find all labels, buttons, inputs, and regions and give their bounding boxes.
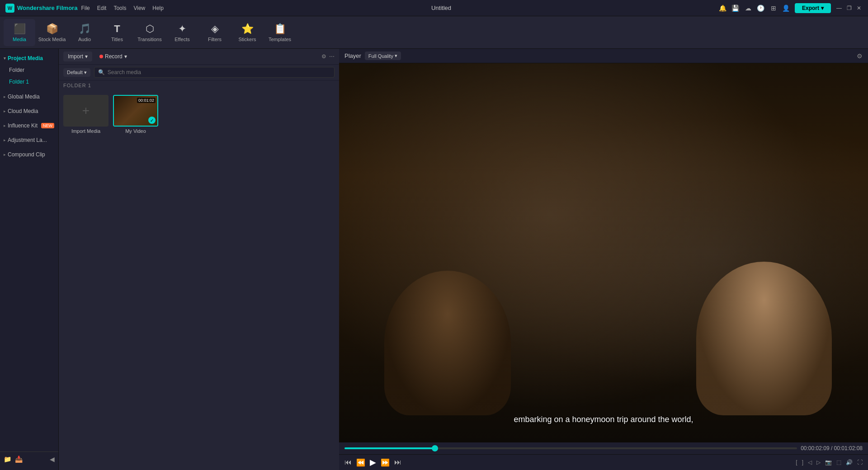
- default-view-button[interactable]: Default ▾: [63, 68, 90, 77]
- project-media-chevron: ▾: [4, 56, 6, 61]
- snapshot-icon[interactable]: 📷: [825, 459, 832, 465]
- notification-icon[interactable]: 🔔: [719, 4, 727, 12]
- adjustment-layer-chevron: ▸: [4, 138, 6, 142]
- compound-clip-label: Compound Clip: [8, 151, 45, 158]
- prev-frame-button[interactable]: ◁: [808, 459, 812, 465]
- minimize-button[interactable]: —: [835, 5, 843, 12]
- titlebar: W Wondershare Filmora File Edit Tools Vi…: [0, 0, 868, 16]
- record-chevron: ▾: [124, 53, 127, 60]
- import-icon[interactable]: 📥: [15, 456, 23, 463]
- tool-stickers[interactable]: ⭐ Stickers: [231, 19, 263, 46]
- player-header-right: ⚙: [857, 52, 863, 60]
- sidebar-item-adjustment-layer[interactable]: ▸ Adjustment La...: [0, 135, 58, 146]
- search-input[interactable]: [108, 69, 330, 75]
- media-toolbar: Import ▾ Record ▾ ⚙ ⋯: [59, 49, 339, 65]
- controls-right: [ ] ◁ ▷ 📷 ⬚ 🔊 ⛶: [796, 459, 863, 465]
- forward-button[interactable]: ⏩: [381, 458, 390, 467]
- person-left-silhouette: [384, 271, 511, 415]
- grid-icon[interactable]: ⊞: [769, 4, 778, 12]
- record-label: Record: [105, 53, 123, 60]
- stock-media-label: Stock Media: [38, 37, 66, 42]
- person-right-silhouette: [696, 262, 832, 415]
- player-settings-icon[interactable]: ⚙: [857, 52, 863, 60]
- skip-forward-button[interactable]: ⏭: [394, 458, 401, 466]
- tool-transitions[interactable]: ⬡ Transitions: [134, 19, 165, 46]
- history-icon[interactable]: 🕐: [757, 4, 765, 12]
- mark-in-button[interactable]: [: [796, 459, 797, 465]
- tool-audio[interactable]: 🎵 Audio: [69, 19, 100, 46]
- menu-edit[interactable]: Edit: [97, 5, 107, 11]
- pip-icon[interactable]: ⬚: [836, 459, 841, 465]
- sidebar-item-cloud-media[interactable]: ▸ Cloud Media: [0, 106, 58, 117]
- my-video-item[interactable]: 00:01:02 My Video: [113, 95, 158, 134]
- influence-kit-section: ▸ Influence Kit NEW: [0, 120, 58, 131]
- import-media-thumb: +: [63, 95, 108, 127]
- skip-back-button[interactable]: ⏮: [344, 458, 352, 466]
- save-icon[interactable]: 💾: [731, 4, 740, 12]
- progress-fill: [344, 447, 435, 449]
- play-button[interactable]: ▶: [370, 457, 376, 467]
- video-subtitle: embarking on a honeymoon trip around the…: [514, 415, 693, 424]
- export-chevron: ▾: [821, 5, 824, 11]
- player-header: Player Full Quality ▾ ⚙: [339, 49, 868, 63]
- export-button[interactable]: Export ▾: [795, 3, 831, 13]
- titlebar-right: 🔔 💾 ☁ 🕐 ⊞ 👤 Export ▾ — ❐ ✕: [719, 3, 863, 13]
- time-display: 00:00:02:09 / 00:01:02:08: [801, 445, 863, 451]
- media-grid: + Import Media 00:01:02 My Video: [59, 90, 339, 138]
- templates-label: Templates: [269, 37, 291, 42]
- sidebar-item-influence-kit[interactable]: ▸ Influence Kit NEW: [0, 120, 58, 131]
- sidebar-item-global-media[interactable]: ▸ Global Media: [0, 91, 58, 102]
- toolbar: ⬛ Media 📦 Stock Media 🎵 Audio T Titles ⬡…: [0, 16, 868, 49]
- tool-filters[interactable]: ◈ Filters: [199, 19, 231, 46]
- current-time: 00:00:02:09: [801, 445, 829, 451]
- main-area: ▾ Project Media Folder Folder 1 ▸ Global…: [0, 49, 868, 470]
- stock-media-icon: 📦: [46, 23, 58, 35]
- logo-icon: W: [5, 4, 14, 13]
- record-dot-icon: [99, 55, 103, 58]
- mark-out-button[interactable]: ]: [802, 459, 803, 465]
- sidebar-item-folder1[interactable]: Folder 1: [2, 76, 57, 87]
- import-label: Import: [68, 53, 83, 60]
- quality-button[interactable]: Full Quality ▾: [365, 52, 401, 60]
- app-name: Wondershare Filmora: [17, 5, 77, 11]
- more-options-icon[interactable]: ⋯: [329, 53, 335, 60]
- tool-templates[interactable]: 📋 Templates: [264, 19, 296, 46]
- tool-titles[interactable]: T Titles: [101, 19, 133, 46]
- add-folder-icon[interactable]: 📁: [4, 456, 11, 463]
- quality-label: Full Quality: [368, 53, 393, 59]
- next-frame-button[interactable]: ▷: [816, 459, 821, 465]
- filters-label: Filters: [208, 37, 222, 42]
- effects-label: Effects: [175, 37, 189, 42]
- import-button[interactable]: Import ▾: [63, 52, 92, 61]
- global-media-chevron: ▸: [4, 94, 6, 99]
- player-area: Player Full Quality ▾ ⚙ embarking on a h…: [339, 49, 868, 470]
- media-icon: ⬛: [14, 23, 26, 35]
- record-button[interactable]: Record ▾: [96, 52, 131, 61]
- menu-file[interactable]: File: [81, 5, 90, 11]
- menu-view[interactable]: View: [133, 5, 145, 11]
- time-separator: /: [831, 445, 834, 451]
- project-media-header[interactable]: ▾ Project Media: [0, 52, 58, 64]
- maximize-button[interactable]: ❐: [845, 5, 853, 12]
- volume-icon[interactable]: 🔊: [846, 459, 853, 465]
- menu-tools[interactable]: Tools: [113, 5, 126, 11]
- tool-effects[interactable]: ✦ Effects: [166, 19, 198, 46]
- fullscreen-icon[interactable]: ⛶: [857, 459, 863, 465]
- left-panel-bottom: 📁 📥 ◀: [0, 451, 58, 466]
- user-icon[interactable]: 👤: [782, 4, 790, 12]
- sidebar-item-folder[interactable]: Folder: [2, 65, 57, 75]
- tool-stock-media[interactable]: 📦 Stock Media: [36, 19, 68, 46]
- menu-help[interactable]: Help: [152, 5, 164, 11]
- close-button[interactable]: ✕: [855, 5, 863, 12]
- collapse-panel-button[interactable]: ◀: [50, 456, 55, 463]
- stickers-label: Stickers: [238, 37, 256, 42]
- import-media-item[interactable]: + Import Media: [63, 95, 108, 134]
- global-media-section: ▸ Global Media: [0, 91, 58, 102]
- sidebar-item-compound-clip[interactable]: ▸ Compound Clip: [0, 149, 58, 160]
- tool-media[interactable]: ⬛ Media: [4, 19, 35, 46]
- filter-icon[interactable]: ⚙: [321, 53, 326, 60]
- progress-bar[interactable]: [344, 447, 797, 449]
- rewind-button[interactable]: ⏪: [356, 458, 365, 467]
- cloud-icon[interactable]: ☁: [744, 4, 752, 12]
- app-logo: W Wondershare Filmora: [5, 4, 77, 13]
